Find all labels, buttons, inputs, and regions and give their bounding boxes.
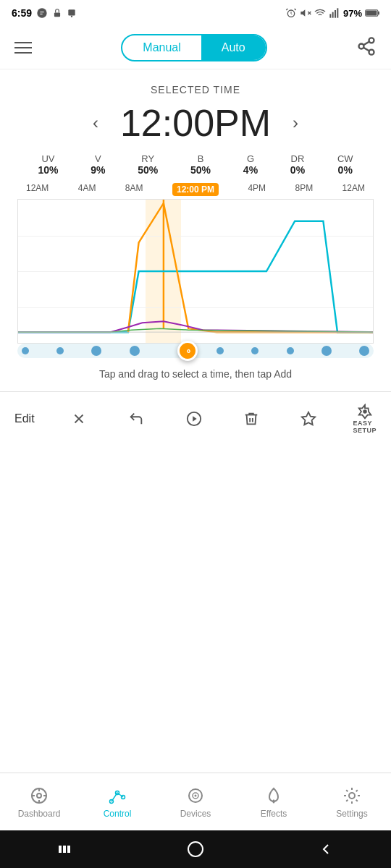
hint-text: Tap and drag to select a time, then tap … bbox=[14, 368, 377, 380]
scroll-dot-6 bbox=[251, 347, 258, 354]
chart-area[interactable] bbox=[17, 199, 374, 344]
time-label-12am-end: 12AM bbox=[342, 183, 365, 196]
mode-toggle: Manual Auto bbox=[121, 34, 266, 61]
svg-point-3 bbox=[71, 16, 72, 17]
svg-rect-2 bbox=[68, 9, 75, 15]
scroll-dot-1 bbox=[22, 347, 29, 354]
battery-percent: 97% bbox=[343, 8, 362, 19]
svg-point-16 bbox=[369, 49, 374, 54]
main-content: SELECTED TIME ‹ 12:00PM › UV 10% V 9% RY… bbox=[0, 69, 391, 380]
time-display: 12:00PM bbox=[120, 101, 271, 145]
time-label-4pm: 4PM bbox=[248, 183, 266, 196]
svg-rect-42 bbox=[67, 846, 70, 853]
battery-icon bbox=[365, 9, 379, 17]
scroll-dot-9 bbox=[359, 346, 369, 356]
nav-devices[interactable]: Devices bbox=[167, 786, 224, 819]
scroll-dot-5 bbox=[216, 347, 224, 354]
manual-tab[interactable]: Manual bbox=[122, 35, 201, 60]
control-icon bbox=[107, 786, 127, 806]
easy-setup-label: EASYSETUP bbox=[353, 420, 377, 434]
svg-line-17 bbox=[363, 47, 369, 51]
prev-time-button[interactable]: ‹ bbox=[93, 113, 98, 133]
channels-row: UV 10% V 9% RY 50% B 50% G 4% DR 0% CW 0… bbox=[14, 153, 377, 176]
home-button[interactable] bbox=[177, 831, 214, 867]
bottom-nav: Dashboard Control Devices Effects bbox=[0, 773, 391, 830]
close-button[interactable] bbox=[66, 406, 92, 432]
nav-control[interactable]: Control bbox=[88, 786, 146, 819]
svg-rect-41 bbox=[63, 846, 66, 853]
time-label-4am: 4AM bbox=[78, 183, 96, 196]
nav-control-label: Control bbox=[104, 809, 132, 819]
time-axis: 12AM 4AM 8AM 12:00 PM 4PM 8PM 12AM bbox=[14, 183, 377, 196]
nav-effects-label: Effects bbox=[261, 809, 287, 819]
top-nav: Manual Auto bbox=[0, 26, 391, 69]
scroll-dot-8 bbox=[321, 346, 332, 356]
svg-point-28 bbox=[37, 793, 41, 798]
undo-button[interactable] bbox=[123, 406, 149, 432]
nav-devices-label: Devices bbox=[180, 809, 211, 819]
back-button[interactable] bbox=[308, 831, 344, 867]
easy-setup-button[interactable]: EASYSETUP bbox=[353, 404, 377, 434]
messenger-icon bbox=[36, 7, 48, 19]
scroll-dot-4 bbox=[130, 346, 140, 356]
svg-point-43 bbox=[188, 842, 203, 856]
share-button[interactable] bbox=[356, 36, 377, 59]
status-right: 97% bbox=[285, 7, 379, 19]
favorite-button[interactable] bbox=[295, 406, 321, 432]
svg-rect-12 bbox=[378, 12, 379, 14]
signal-icon bbox=[329, 7, 340, 19]
chart-svg bbox=[18, 200, 373, 343]
svg-point-14 bbox=[369, 38, 374, 43]
next-time-button[interactable]: › bbox=[293, 113, 298, 133]
nav-settings-label: Settings bbox=[336, 809, 367, 819]
svg-rect-9 bbox=[335, 10, 336, 18]
selected-time-label: SELECTED TIME bbox=[14, 84, 377, 95]
lock-icon bbox=[52, 8, 62, 18]
svg-line-18 bbox=[363, 41, 369, 45]
channel-ry: RY 50% bbox=[138, 153, 158, 176]
effects-icon bbox=[264, 786, 284, 806]
svg-rect-40 bbox=[59, 846, 62, 853]
recent-apps-button[interactable] bbox=[47, 831, 83, 867]
alarm-icon bbox=[285, 7, 297, 19]
hamburger-menu[interactable] bbox=[14, 42, 32, 54]
chart-scrollbar[interactable]: ‹› bbox=[17, 344, 374, 358]
svg-point-38 bbox=[195, 794, 197, 796]
auto-tab[interactable]: Auto bbox=[201, 35, 266, 60]
mute-icon bbox=[300, 7, 311, 19]
status-left: 6:59 bbox=[12, 7, 77, 19]
edit-toolbar: Edit EASYSETUP bbox=[0, 392, 391, 446]
channel-uv: UV 10% bbox=[38, 153, 58, 176]
scroll-dot-3 bbox=[91, 346, 101, 356]
channel-dr: DR 0% bbox=[290, 153, 305, 176]
edit-label: Edit bbox=[14, 412, 35, 425]
time-label-noon: 12:00 PM bbox=[172, 183, 219, 196]
scroll-handle[interactable]: ‹› bbox=[177, 341, 198, 361]
svg-rect-8 bbox=[332, 12, 334, 18]
time-label-12am-start: 12AM bbox=[26, 183, 49, 196]
status-time: 6:59 bbox=[12, 7, 32, 19]
status-bar: 6:59 97% bbox=[0, 0, 391, 26]
svg-rect-1 bbox=[54, 12, 60, 17]
svg-marker-25 bbox=[302, 412, 315, 425]
time-label-8am: 8AM bbox=[125, 183, 143, 196]
dashboard-icon bbox=[29, 786, 49, 806]
delete-button[interactable] bbox=[238, 406, 264, 432]
play-button[interactable] bbox=[181, 406, 207, 432]
nav-effects[interactable]: Effects bbox=[245, 786, 303, 819]
channel-cw: CW 0% bbox=[337, 153, 353, 176]
svg-marker-24 bbox=[193, 416, 197, 421]
nav-settings[interactable]: Settings bbox=[323, 786, 381, 819]
svg-rect-13 bbox=[366, 10, 377, 15]
settings-icon bbox=[342, 786, 362, 806]
notification-icon bbox=[67, 8, 77, 18]
channel-b: B 50% bbox=[190, 153, 211, 176]
devices-icon bbox=[185, 786, 206, 806]
nav-dashboard[interactable]: Dashboard bbox=[10, 786, 68, 819]
svg-point-0 bbox=[37, 8, 46, 17]
svg-point-26 bbox=[363, 410, 366, 413]
nav-dashboard-label: Dashboard bbox=[18, 809, 61, 819]
channel-g: G 4% bbox=[243, 153, 258, 176]
svg-point-15 bbox=[359, 43, 364, 48]
time-selector-row: ‹ 12:00PM › bbox=[14, 101, 377, 145]
